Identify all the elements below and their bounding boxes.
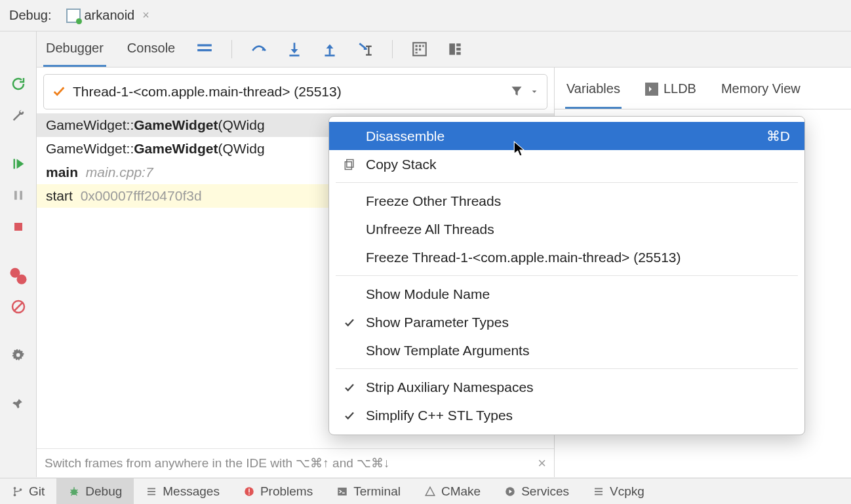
run-config-icon xyxy=(66,9,81,23)
chevron-down-icon[interactable] xyxy=(530,87,539,97)
settings-icon[interactable] xyxy=(9,345,28,365)
step-out-icon[interactable] xyxy=(321,41,338,58)
menu-item-strip-ns[interactable]: Strip Auxiliary Namespaces xyxy=(329,373,804,401)
frame-location: 0x00007fff20470f3d xyxy=(81,188,202,203)
svg-rect-29 xyxy=(345,161,351,169)
terminal-icon xyxy=(336,486,348,497)
svg-rect-40 xyxy=(338,488,347,495)
rerun-icon[interactable] xyxy=(9,74,28,94)
list-icon xyxy=(146,486,157,497)
toolwin-services[interactable]: Services xyxy=(492,478,581,504)
checkmark-icon xyxy=(341,317,358,328)
step-into-icon[interactable] xyxy=(286,41,303,58)
menu-item-show-module[interactable]: Show Module Name xyxy=(329,280,804,308)
toolwin-git[interactable]: Git xyxy=(0,478,56,504)
context-menu: Disassemble ⌘D Copy Stack Freeze Other T… xyxy=(328,116,805,435)
menu-item-unfreeze-all[interactable]: Unfreeze All Threads xyxy=(329,215,804,243)
svg-rect-13 xyxy=(416,48,418,50)
svg-rect-18 xyxy=(456,48,461,50)
svg-rect-22 xyxy=(20,191,22,200)
svg-rect-16 xyxy=(450,43,456,54)
tool-window-tabs: Debug: arkanoid × xyxy=(0,0,851,31)
toolwin-messages[interactable]: Messages xyxy=(134,478,231,504)
tab-console[interactable]: Console xyxy=(125,33,178,67)
calculator-icon[interactable] xyxy=(411,41,428,58)
debug-title: Debug: xyxy=(9,8,52,23)
svg-rect-12 xyxy=(423,45,424,47)
mute-breakpoints-icon[interactable] xyxy=(9,297,28,317)
svg-rect-15 xyxy=(416,52,418,53)
menu-item-show-template[interactable]: Show Template Arguments xyxy=(329,336,804,364)
pin-icon[interactable] xyxy=(9,394,28,414)
terminal-icon xyxy=(645,83,658,96)
menu-separator xyxy=(336,182,798,183)
svg-line-27 xyxy=(14,302,23,311)
resume-icon[interactable] xyxy=(9,154,28,174)
thread-title: Thread-1-<com.apple.main-thread> (25513) xyxy=(73,84,504,100)
pause-icon[interactable] xyxy=(9,185,28,205)
menu-item-simplify-stl[interactable]: Simplify C++ STL Types xyxy=(329,401,804,429)
stop-icon[interactable] xyxy=(9,217,28,237)
svg-rect-23 xyxy=(14,223,22,231)
cmake-icon xyxy=(424,486,436,497)
svg-rect-17 xyxy=(456,43,461,46)
svg-rect-39 xyxy=(248,494,250,495)
play-icon xyxy=(504,486,516,497)
evaluate-icon[interactable] xyxy=(446,41,464,58)
menu-item-show-params[interactable]: Show Parameter Types xyxy=(329,308,804,336)
branch-icon xyxy=(12,486,24,497)
menu-item-freeze-thread[interactable]: Freeze Thread-1-<com.apple.main-thread> … xyxy=(329,243,804,271)
step-over-icon[interactable] xyxy=(250,41,267,58)
list-icon xyxy=(593,486,604,497)
toolwin-problems[interactable]: Problems xyxy=(231,478,325,504)
tab-lldb[interactable]: LLDB xyxy=(644,81,698,109)
svg-rect-21 xyxy=(14,191,17,200)
svg-rect-20 xyxy=(13,159,15,169)
error-icon xyxy=(243,486,255,497)
tab-debugger[interactable]: Debugger xyxy=(43,33,106,67)
svg-point-25 xyxy=(16,275,26,284)
toolwin-vcpkg[interactable]: Vcpkg xyxy=(581,478,656,504)
filter-icon[interactable] xyxy=(510,85,523,100)
mouse-cursor-icon xyxy=(513,141,528,158)
checkmark-icon xyxy=(341,381,358,393)
menu-item-freeze-other[interactable]: Freeze Other Threads xyxy=(329,187,804,215)
menu-separator xyxy=(336,368,798,369)
gutter-spacer xyxy=(0,31,37,68)
close-icon[interactable]: × xyxy=(538,455,546,472)
bug-icon xyxy=(68,486,80,497)
menu-separator xyxy=(336,275,798,276)
svg-rect-14 xyxy=(419,48,421,50)
svg-point-30 xyxy=(14,486,16,489)
svg-point-31 xyxy=(14,494,16,496)
svg-rect-38 xyxy=(248,488,250,492)
svg-rect-11 xyxy=(419,45,421,47)
hint-text: Switch frames from anywhere in the IDE w… xyxy=(45,456,390,471)
wrench-icon[interactable] xyxy=(9,106,28,125)
menu-item-disassemble[interactable]: Disassemble ⌘D xyxy=(329,122,804,150)
toolwin-terminal[interactable]: Terminal xyxy=(325,478,412,504)
menu-item-copy-stack[interactable]: Copy Stack xyxy=(329,150,804,178)
layout-icon[interactable] xyxy=(196,41,213,58)
tab-variables[interactable]: Variables xyxy=(565,81,622,109)
close-icon[interactable]: × xyxy=(142,9,149,22)
checkmark-icon xyxy=(341,410,358,421)
svg-rect-10 xyxy=(416,45,418,47)
frame-location: main.cpp:7 xyxy=(86,165,153,180)
svg-rect-19 xyxy=(456,52,461,54)
tab-memory-view[interactable]: Memory View xyxy=(720,81,802,109)
run-config-tab[interactable]: arkanoid × xyxy=(65,5,151,26)
checkmark-icon xyxy=(52,84,66,100)
svg-rect-0 xyxy=(197,44,212,46)
hint-bar: Switch frames from anywhere in the IDE w… xyxy=(37,448,554,477)
thread-selector[interactable]: Thread-1-<com.apple.main-thread> (25513) xyxy=(43,74,547,109)
toolwin-debug[interactable]: Debug xyxy=(56,478,134,504)
svg-rect-1 xyxy=(197,49,212,51)
run-config-name: arkanoid xyxy=(85,8,135,23)
breakpoints-icon[interactable] xyxy=(9,265,28,285)
run-to-cursor-icon[interactable] xyxy=(357,41,374,58)
toolbar-separator xyxy=(392,40,393,58)
debug-gutter xyxy=(0,68,37,477)
svg-rect-28 xyxy=(347,159,353,167)
toolwin-cmake[interactable]: CMake xyxy=(412,478,492,504)
